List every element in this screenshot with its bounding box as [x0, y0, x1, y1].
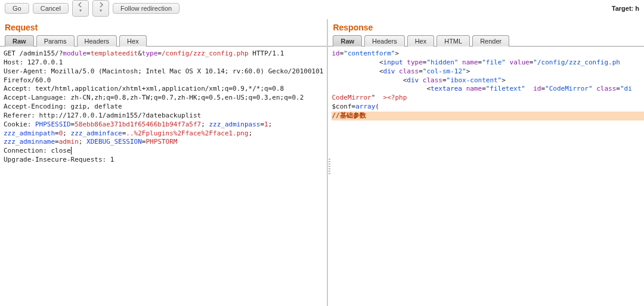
response-tab-hex[interactable]: Hex — [407, 35, 435, 47]
response-tabs: RawHeadersHexHTMLRender — [328, 35, 644, 47]
request-tab-hex[interactable]: Hex — [119, 35, 147, 47]
chevron-left-icon — [78, 2, 83, 8]
request-tabs: RawParamsHeadersHex — [0, 35, 327, 47]
go-button[interactable]: Go — [5, 3, 29, 14]
prev-button[interactable]: ▾ — [72, 0, 89, 17]
request-raw-content[interactable]: GET /admin155/?module=templateedit&type=… — [0, 47, 327, 306]
response-tab-html[interactable]: HTML — [436, 35, 470, 47]
response-pane: Response RawHeadersHexHTMLRender id="con… — [328, 19, 644, 306]
response-title: Response — [328, 19, 644, 35]
response-raw-content[interactable]: id="contentform"> <input type="hidden" n… — [328, 47, 644, 306]
follow-redirection-button[interactable]: Follow redirection — [113, 3, 179, 14]
chevron-right-icon — [98, 2, 104, 8]
request-tab-raw[interactable]: Raw — [5, 35, 34, 47]
response-tab-headers[interactable]: Headers — [364, 35, 405, 47]
request-tab-headers[interactable]: Headers — [77, 35, 117, 47]
response-tab-render[interactable]: Render — [472, 35, 509, 47]
target-label: Target: h — [612, 5, 639, 12]
next-button[interactable]: ▾ — [92, 0, 109, 17]
cancel-button[interactable]: Cancel — [33, 3, 69, 14]
request-tab-params[interactable]: Params — [36, 35, 75, 47]
request-title: Request — [0, 19, 327, 35]
request-pane: Request RawParamsHeadersHex GET /admin15… — [0, 19, 327, 306]
response-tab-raw[interactable]: Raw — [333, 35, 362, 47]
main-toolbar: Go Cancel ▾ ▾ Follow redirection Target:… — [0, 0, 644, 19]
